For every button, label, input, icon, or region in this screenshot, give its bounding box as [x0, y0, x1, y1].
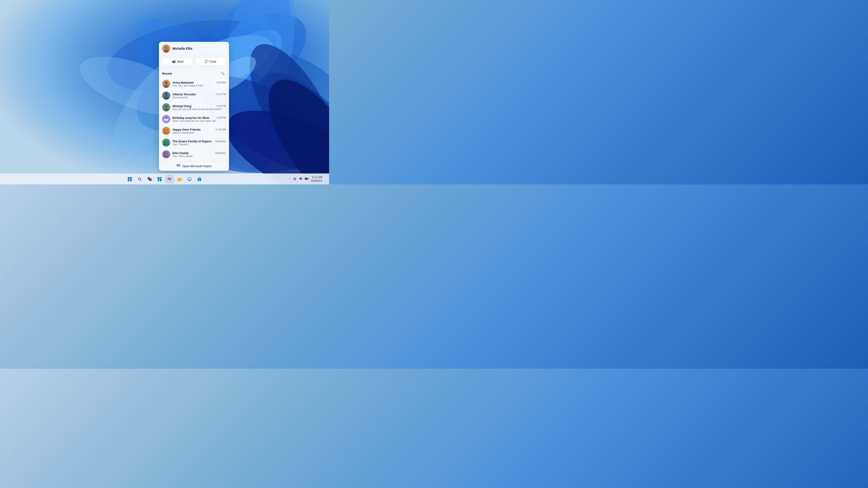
open-teams-label: Open Microsoft Teams	[182, 164, 212, 168]
system-tray: ^	[288, 175, 327, 184]
svg-rect-58	[130, 177, 132, 179]
svg-point-27	[165, 93, 168, 96]
chat-list-item[interactable]: Michael Kang 5:22 PM Hey, did you still …	[159, 101, 229, 113]
chat-avatar	[162, 103, 170, 111]
svg-rect-57	[128, 177, 129, 179]
chat-avatar	[162, 80, 170, 88]
chat-list-item[interactable]: Arina Maharani 8:45 AM You: OK, let's ma…	[159, 78, 229, 90]
widgets-button[interactable]	[155, 175, 164, 184]
clock-date: 6/24/2021	[311, 179, 322, 183]
chat-preview: Sound good?	[173, 96, 226, 99]
svg-point-40	[166, 129, 168, 131]
svg-point-19	[250, 64, 329, 184]
task-view-button[interactable]	[145, 175, 154, 184]
chat-name-row: Alberto Tercedor 6:11 PM	[173, 93, 226, 96]
chat-name: Alberto Tercedor	[173, 93, 196, 96]
chat-preview: Noel: Can't wait for our next catch up!	[173, 120, 226, 122]
chat-list-item[interactable]: Happy Hour Friends 11:16 AM Alberto: Awe…	[159, 125, 229, 137]
svg-point-41	[166, 131, 169, 134]
microsoft-store-button[interactable]	[195, 175, 204, 184]
chat-time: 11:16 AM	[215, 128, 226, 131]
tray-icons: ^	[288, 176, 309, 182]
chat-info: Alberto Tercedor 6:11 PM Sound good?	[173, 93, 226, 99]
chat-preview: Hey, did you still want to borrow the no…	[173, 108, 226, 110]
taskbar-center	[125, 175, 204, 184]
svg-text:T: T	[179, 164, 180, 165]
svg-rect-66	[160, 177, 162, 178]
open-teams-button[interactable]: T Open Microsoft Teams	[159, 161, 229, 171]
chat-list-item[interactable]: The Evans Family of Supers Yesterday You…	[159, 137, 229, 149]
svg-line-62	[141, 180, 141, 181]
chat-avatar	[162, 115, 170, 123]
chat-list-item[interactable]: Alberto Tercedor 6:11 PM Sound good?	[159, 90, 229, 101]
svg-rect-59	[128, 180, 129, 181]
chat-info: Birthday surprise for Mum 4:23 PM Noel: …	[173, 116, 226, 122]
file-explorer-button[interactable]	[175, 175, 184, 184]
chat-name-row: The Evans Family of Supers Yesterday	[173, 140, 226, 143]
svg-rect-54	[178, 166, 179, 166]
search-taskbar-button[interactable]	[135, 175, 144, 184]
chat-list: Arina Maharani 8:45 AM You: OK, let's ma…	[159, 78, 229, 161]
volume-icon[interactable]	[298, 176, 303, 182]
teams-chat-taskbar-button[interactable]	[165, 175, 174, 184]
show-hidden-icons-button[interactable]: ^	[288, 177, 291, 182]
wifi-icon[interactable]	[292, 176, 297, 182]
start-button[interactable]	[125, 175, 134, 184]
chat-time: 4:23 PM	[217, 116, 226, 119]
recent-label: Recent	[162, 72, 172, 75]
chat-time: 6:11 PM	[217, 93, 226, 96]
user-avatar	[162, 44, 170, 53]
chat-name: Happy Hour Friends	[173, 128, 200, 131]
chat-name: Birthday surprise for Mum	[173, 116, 209, 120]
system-clock[interactable]: 11:11 AM 6/24/2021	[311, 175, 322, 183]
chat-list-item[interactable]: Birthday surprise for Mum 4:23 PM Noel: …	[159, 113, 229, 125]
svg-rect-75	[199, 180, 200, 180]
taskbar: ^	[0, 173, 329, 184]
svg-point-51	[166, 155, 169, 158]
chat-button[interactable]: 💬 Chat	[195, 57, 226, 66]
chat-avatar	[162, 92, 170, 100]
svg-point-18	[213, 91, 329, 184]
svg-point-14	[245, 57, 329, 184]
panel-header: Michelle Ellis	[159, 42, 229, 55]
chat-list-item[interactable]: Ellis Family Yesterday You: That's great…	[159, 149, 229, 160]
chat-avatar	[162, 127, 170, 135]
chat-panel: Michelle Ellis 📹 Meet 💬 Chat Recent 🔍	[159, 42, 229, 171]
chat-avatar	[162, 150, 170, 158]
show-desktop-button[interactable]	[325, 175, 327, 184]
svg-point-45	[166, 141, 168, 143]
chat-name-row: Arina Maharani 8:45 AM	[173, 81, 226, 84]
svg-rect-68	[160, 179, 162, 181]
chat-info: The Evans Family of Supers Yesterday You…	[173, 140, 226, 146]
svg-rect-64	[149, 178, 152, 181]
svg-point-12	[232, 31, 329, 184]
search-button[interactable]: 🔍	[219, 70, 226, 76]
chat-preview: Alberto: Awesome!	[173, 131, 226, 134]
battery-icon[interactable]	[304, 176, 309, 182]
svg-point-48	[164, 152, 166, 155]
svg-point-30	[165, 105, 168, 108]
chat-avatar	[162, 138, 170, 147]
chat-preview: You: That's great!	[173, 155, 226, 158]
svg-rect-67	[158, 180, 159, 181]
chat-info: Ellis Family Yesterday You: That's great…	[173, 151, 226, 158]
chat-name: Arina Maharani	[173, 81, 194, 84]
chat-time: Yesterday	[215, 140, 226, 142]
svg-point-50	[166, 153, 168, 155]
chat-info: Michael Kang 5:22 PM Hey, did you still …	[173, 104, 226, 110]
chat-name: Michael Kang	[173, 104, 191, 108]
clock-time: 11:11 AM	[311, 175, 322, 179]
chat-name-row: Ellis Family Yesterday	[173, 151, 226, 155]
svg-rect-60	[130, 180, 132, 181]
svg-point-24	[165, 82, 168, 85]
chat-time: Yesterday	[215, 152, 226, 154]
meet-label: Meet	[177, 60, 184, 63]
meet-button[interactable]: 📹 Meet	[162, 57, 193, 66]
svg-rect-65	[158, 177, 159, 180]
svg-point-21	[164, 46, 168, 49]
chat-info: Arina Maharani 8:45 AM You: OK, let's ma…	[173, 81, 226, 87]
edge-browser-button[interactable]	[185, 175, 194, 184]
svg-rect-78	[305, 178, 307, 180]
svg-point-43	[164, 140, 166, 143]
chat-name: The Evans Family of Supers	[173, 140, 212, 143]
